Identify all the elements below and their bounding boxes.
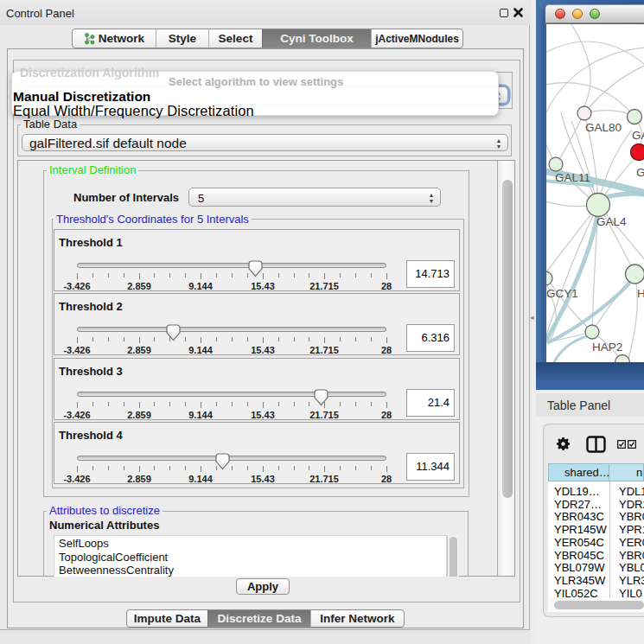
svg-text:G: G — [636, 166, 644, 179]
svg-text:GAL4: GAL4 — [596, 215, 627, 228]
svg-text:GAL80: GAL80 — [585, 121, 622, 134]
svg-text:GA: GA — [632, 129, 644, 142]
svg-text:GAL11: GAL11 — [555, 171, 590, 184]
svg-text:GCY1: GCY1 — [546, 287, 578, 300]
svg-text:H: H — [637, 287, 644, 300]
svg-text:HAP2: HAP2 — [592, 341, 622, 354]
